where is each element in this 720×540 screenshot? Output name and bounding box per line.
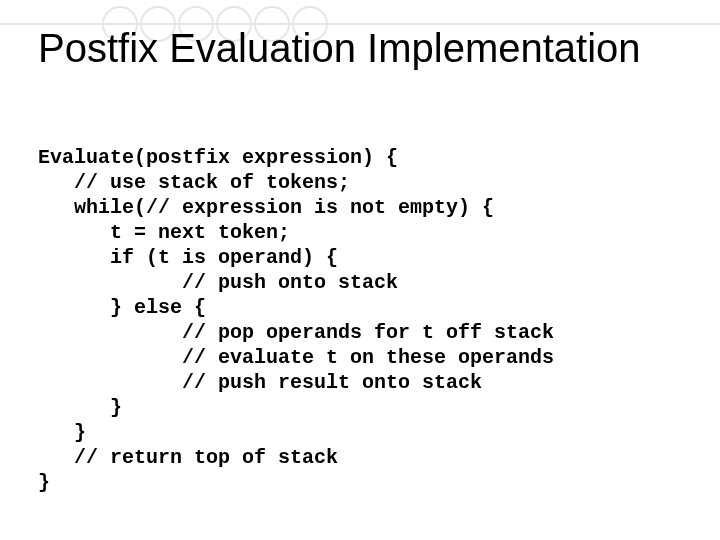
- slide-title: Postfix Evaluation Implementation: [38, 26, 641, 71]
- code-line: // evaluate t on these operands: [38, 346, 554, 369]
- code-line: }: [38, 471, 50, 494]
- code-line: Evaluate(postfix expression) {: [38, 146, 398, 169]
- code-line: if (t is operand) {: [38, 246, 338, 269]
- code-line: }: [38, 396, 122, 419]
- code-line: while(// expression is not empty) {: [38, 196, 494, 219]
- code-line: }: [38, 421, 86, 444]
- code-line: // use stack of tokens;: [38, 171, 350, 194]
- code-line: // pop operands for t off stack: [38, 321, 554, 344]
- code-line: // push result onto stack: [38, 371, 482, 394]
- code-line: t = next token;: [38, 221, 290, 244]
- slide: Postfix Evaluation Implementation Evalua…: [0, 0, 720, 540]
- code-line: } else {: [38, 296, 206, 319]
- code-line: // return top of stack: [38, 446, 338, 469]
- code-block: Evaluate(postfix expression) { // use st…: [38, 120, 554, 495]
- code-line: // push onto stack: [38, 271, 398, 294]
